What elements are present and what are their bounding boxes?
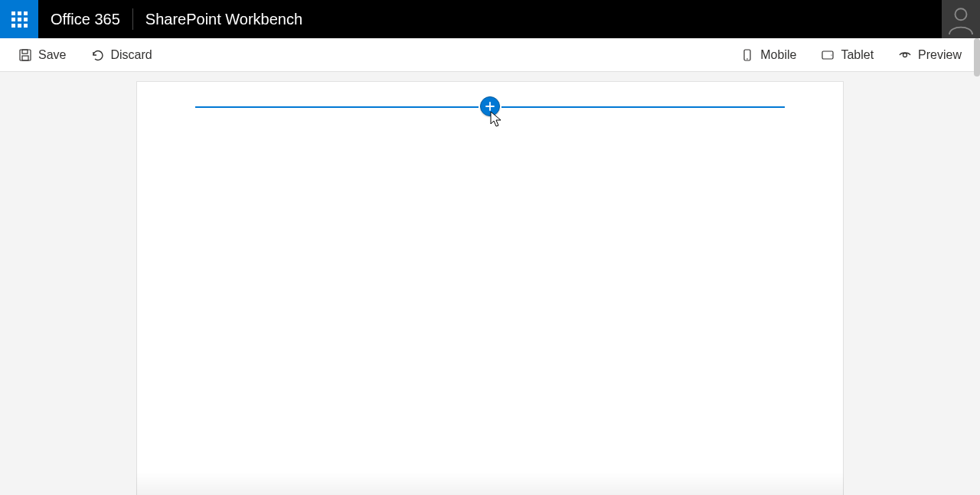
scrollbar[interactable] — [974, 38, 980, 77]
plus-icon — [485, 101, 495, 112]
svg-point-8 — [903, 53, 907, 57]
undo-icon — [90, 48, 104, 62]
mobile-label: Mobile — [760, 48, 796, 62]
tablet-label: Tablet — [841, 48, 874, 62]
mobile-icon — [740, 48, 754, 62]
mobile-button[interactable]: Mobile — [731, 44, 805, 67]
save-button[interactable]: Save — [9, 44, 75, 67]
tablet-icon — [821, 48, 835, 62]
svg-point-5 — [746, 58, 748, 60]
user-avatar[interactable] — [942, 0, 980, 38]
svg-rect-1 — [20, 50, 31, 60]
preview-icon — [898, 48, 912, 62]
svg-rect-2 — [22, 50, 28, 54]
command-bar-left: Save Discard — [9, 44, 162, 67]
command-bar: Save Discard Mobile — [0, 38, 980, 72]
svg-point-0 — [956, 8, 967, 20]
canvas-area — [0, 72, 980, 495]
svg-point-7 — [831, 54, 832, 55]
section-divider — [195, 106, 785, 108]
waffle-icon — [11, 11, 28, 28]
person-icon — [946, 4, 976, 34]
command-bar-right: Mobile Tablet Preview — [731, 44, 971, 67]
app-title: SharePoint Workbench — [133, 11, 315, 28]
preview-label: Preview — [918, 48, 962, 62]
suite-bar: Office 365 SharePoint Workbench — [0, 0, 980, 38]
discard-button[interactable]: Discard — [81, 44, 161, 67]
brand-label[interactable]: Office 365 — [38, 11, 132, 28]
app-launcher-button[interactable] — [0, 0, 38, 38]
page-surface — [136, 81, 844, 495]
save-icon — [18, 48, 32, 62]
discard-label: Discard — [110, 48, 152, 62]
svg-rect-3 — [22, 56, 28, 60]
add-webpart-button[interactable] — [480, 96, 500, 116]
save-label: Save — [38, 48, 66, 62]
preview-button[interactable]: Preview — [889, 44, 971, 67]
tablet-button[interactable]: Tablet — [812, 44, 883, 67]
